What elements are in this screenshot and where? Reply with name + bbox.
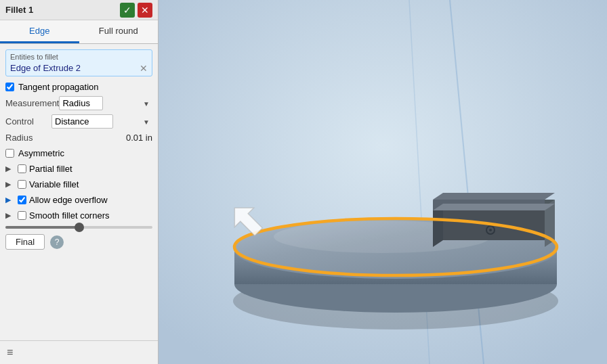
radius-value: 0.01 in [126,133,152,143]
svg-marker-15 [433,204,555,210]
confirm-button[interactable]: ✓ [120,3,135,18]
variable-fillet-checkbox[interactable] [18,180,26,189]
viewport [159,0,607,364]
slider-track[interactable] [5,226,152,229]
allow-edge-overflow-arrow: ▶ [5,196,15,204]
smooth-fillet-corners-arrow: ▶ [5,211,15,220]
smooth-fillet-corners-row[interactable]: ▶ Smooth fillet corners [5,209,152,222]
entities-close-icon[interactable]: ✕ [140,64,148,73]
measurement-label: Measurement [5,98,59,108]
control-row: Control Distance Percentage ▼ [5,114,152,129]
tangent-propagation-label: Tangent propagation [18,82,99,92]
svg-point-17 [489,229,492,231]
measurement-select[interactable]: Radius Chord [59,96,103,110]
partial-fillet-checkbox[interactable] [18,164,26,173]
asymmetric-checkbox[interactable] [5,149,14,158]
measurement-dropdown-icon: ▼ [143,99,150,107]
partial-fillet-row[interactable]: ▶ Partial fillet [5,162,152,175]
control-select-wrapper: Distance Percentage ▼ [51,114,152,129]
control-label: Control [5,116,51,127]
panel-title: Fillet 1 [5,5,33,15]
panel-content: Entities to fillet Edge of Extrude 2 ✕ T… [0,44,158,340]
slider-thumb[interactable] [75,223,84,232]
tab-bar: Edge Full round [0,20,158,44]
radius-label: Radius [5,133,51,143]
asymmetric-label: Asymmetric [18,148,64,158]
slider-row [5,226,152,229]
tab-fullround[interactable]: Full round [79,20,159,43]
entity-value-text: Edge of Extrude 2 [10,63,81,73]
measurement-row: Measurement Radius Chord ▼ [5,96,152,110]
variable-fillet-label: Variable fillet [29,179,79,189]
smooth-fillet-corners-checkbox[interactable] [18,211,26,220]
tangent-propagation-row: Tangent propagation [5,82,152,92]
title-buttons: ✓ ✕ [120,3,152,18]
control-select[interactable]: Distance Percentage [51,114,113,129]
slider-fill [5,226,79,229]
variable-fillet-arrow: ▶ [5,180,15,189]
entities-group: Entities to fillet Edge of Extrude 2 ✕ [5,49,152,76]
help-button[interactable]: ? [50,235,64,249]
entities-value-row: Edge of Extrude 2 ✕ [10,63,148,73]
svg-marker-13 [433,193,555,200]
smooth-fillet-corners-label: Smooth fillet corners [29,210,110,221]
allow-edge-overflow-label: Allow edge overflow [29,195,108,205]
partial-fillet-label: Partial fillet [29,164,72,174]
tangent-propagation-checkbox[interactable] [5,83,14,91]
viewport-svg [159,0,607,364]
allow-edge-overflow-checkbox[interactable] [18,196,26,204]
allow-edge-overflow-row[interactable]: ▶ Allow edge overflow [5,194,152,206]
entities-label: Entities to fillet [10,53,148,61]
final-button[interactable]: Final [5,234,45,250]
control-dropdown-icon: ▼ [143,118,150,125]
radius-row: Radius 0.01 in [5,133,152,143]
asymmetric-row: Asymmetric [5,148,152,158]
left-panel: Fillet 1 ✓ ✕ Edge Full round Entities to… [0,0,159,364]
bottom-icon-button[interactable]: ≡ [5,345,14,360]
app-container: Fillet 1 ✓ ✕ Edge Full round Entities to… [0,0,607,364]
bottom-icons: ≡ [0,340,158,364]
title-bar: Fillet 1 ✓ ✕ [0,0,158,20]
cancel-button[interactable]: ✕ [138,3,152,18]
variable-fillet-row[interactable]: ▶ Variable fillet [5,178,152,191]
partial-fillet-arrow: ▶ [5,164,15,173]
final-row: Final ? [5,234,152,250]
tab-edge[interactable]: Edge [0,20,79,43]
measurement-select-wrapper: Radius Chord ▼ [59,96,152,110]
